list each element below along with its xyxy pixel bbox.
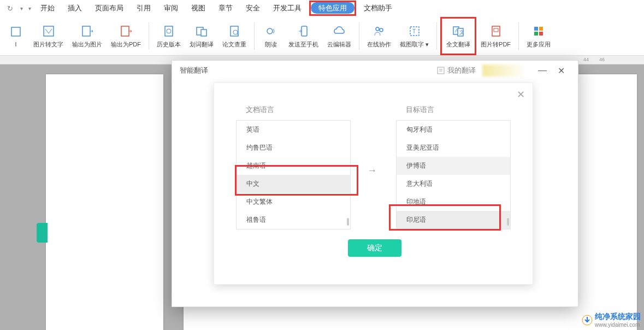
svg-rect-12 xyxy=(302,26,307,36)
user-avatar-blurred xyxy=(482,64,526,76)
ribbon-read-aloud[interactable]: 朗读 xyxy=(258,19,284,54)
dialog-title: 智能翻译 xyxy=(180,66,208,75)
svg-text:文: 文 xyxy=(459,30,464,35)
ribbon-plagiarism[interactable]: 论文查重 xyxy=(218,19,251,54)
menu-chapter[interactable]: 章节 xyxy=(212,1,239,15)
watermark-brand: 纯净系统家园 xyxy=(595,312,641,322)
menu-overflow[interactable]: ▾ xyxy=(26,3,34,14)
svg-point-14 xyxy=(380,28,383,32)
source-language-list[interactable]: 英语 约鲁巴语 越南语 中文 中文繁体 祖鲁语 xyxy=(236,120,351,229)
svg-point-11 xyxy=(267,28,273,34)
menu-doc-assistant[interactable]: 文档助手 xyxy=(357,1,399,15)
menu-security[interactable]: 安全 xyxy=(239,1,267,15)
menu-view[interactable]: 视图 xyxy=(185,1,212,15)
word-translate-icon xyxy=(194,23,209,39)
ribbon-word-translate[interactable]: 划词翻译 xyxy=(185,19,218,54)
ribbon-collab[interactable]: 在线协作 xyxy=(363,19,395,54)
image-text-icon xyxy=(41,23,56,39)
ribbon-cloud-edit[interactable]: 云编辑器 xyxy=(323,19,356,54)
ribbon-screenshot-ocr[interactable]: T 截图取字 ▾ xyxy=(395,19,433,54)
export-pdf-icon xyxy=(119,23,134,39)
target-lang-label: 目标语言 xyxy=(396,105,511,115)
svg-rect-26 xyxy=(539,32,543,36)
lang-option-igbo[interactable]: 伊博语 xyxy=(397,157,510,175)
document-page[interactable] xyxy=(46,74,163,330)
ribbon-separator xyxy=(359,22,359,50)
ribbon-img-pdf[interactable]: 图片转PDF xyxy=(476,19,515,54)
ruler-mark: 44 xyxy=(583,57,589,62)
confirm-button[interactable]: 确定 xyxy=(348,239,401,257)
svg-rect-23 xyxy=(534,27,538,31)
svg-rect-27 xyxy=(438,67,444,74)
lang-option-traditional-chinese[interactable]: 中文繁体 xyxy=(237,193,350,211)
ribbon-separator xyxy=(254,22,255,50)
svg-rect-4 xyxy=(165,26,173,36)
more-apps-icon xyxy=(531,23,546,39)
close-button[interactable]: ✕ xyxy=(552,63,570,78)
svg-point-13 xyxy=(376,27,379,31)
plagiarism-icon xyxy=(227,23,242,39)
svg-rect-21 xyxy=(492,26,500,36)
svg-point-5 xyxy=(167,29,171,33)
menu-insert[interactable]: 插入 xyxy=(61,1,88,15)
ribbon-export-pdf[interactable]: 输出为PDF xyxy=(107,19,145,54)
svg-rect-24 xyxy=(539,27,543,31)
full-translate-icon: A文 xyxy=(451,23,466,39)
ribbon-history[interactable]: 历史版本 xyxy=(152,19,185,54)
lang-option-hungarian[interactable]: 匈牙利语 xyxy=(397,121,510,139)
ribbon-image-to-text[interactable]: 图片转文字 xyxy=(29,19,68,54)
svg-rect-22 xyxy=(494,28,498,32)
read-aloud-icon xyxy=(263,23,279,39)
menu-devtools[interactable]: 开发工具 xyxy=(267,1,308,15)
lang-option-english[interactable]: 英语 xyxy=(237,121,350,139)
svg-rect-25 xyxy=(534,32,538,36)
redo-dropdown[interactable]: ▾ xyxy=(17,3,26,14)
send-phone-icon xyxy=(296,23,311,39)
language-selection-dialog: ✕ 文档语言 英语 约鲁巴语 越南语 中文 中文繁体 祖鲁语 → 目标语言 匈牙… xyxy=(214,82,533,285)
ribbon-truncated-left[interactable]: l xyxy=(3,19,29,54)
svg-rect-7 xyxy=(201,30,206,36)
ribbon-more-apps[interactable]: 更多应用 xyxy=(522,19,555,54)
lang-option-armenian[interactable]: 亚美尼亚语 xyxy=(397,139,510,157)
lang-option-zulu[interactable]: 祖鲁语 xyxy=(237,211,350,229)
redo-icon[interactable]: ↻ xyxy=(3,2,17,15)
ribbon-separator xyxy=(518,22,519,50)
svg-text:T: T xyxy=(412,28,416,34)
ribbon-full-translate[interactable]: A文 全文翻译 xyxy=(442,19,475,54)
scroll-indicator[interactable] xyxy=(347,218,349,226)
ribbon-separator xyxy=(436,22,437,50)
menu-reference[interactable]: 引用 xyxy=(130,1,157,15)
annotation-menu-highlight: 特色应用 xyxy=(309,1,356,16)
menu-start[interactable]: 开始 xyxy=(34,1,61,15)
lang-option-hindi[interactable]: 印地语 xyxy=(397,193,510,211)
ribbon-export-image[interactable]: 输出为图片 xyxy=(68,19,107,54)
lang-option-chinese[interactable]: 中文 xyxy=(237,175,350,193)
cloud-edit-icon xyxy=(332,23,347,39)
side-tab[interactable] xyxy=(37,223,48,243)
target-language-list[interactable]: 匈牙利语 亚美尼亚语 伊博语 意大利语 印地语 印尼语 xyxy=(396,120,511,229)
ribbon-send-phone[interactable]: 发送至手机 xyxy=(284,19,323,54)
menu-special-apps[interactable]: 特色应用 xyxy=(311,2,355,14)
minimize-button[interactable]: — xyxy=(533,63,552,78)
swap-arrow-icon: → xyxy=(367,165,377,176)
target-language-column: 目标语言 匈牙利语 亚美尼亚语 伊博语 意大利语 印地语 印尼语 xyxy=(396,105,511,229)
lang-option-indonesian[interactable]: 印尼语 xyxy=(397,211,510,229)
lang-option-vietnamese[interactable]: 越南语 xyxy=(237,157,350,175)
lang-option-italian[interactable]: 意大利语 xyxy=(397,175,510,193)
watermark-logo-icon xyxy=(582,315,593,326)
scroll-indicator[interactable] xyxy=(507,218,509,226)
translations-icon xyxy=(436,66,445,75)
translate-dialog: 智能翻译 我的翻译 — ✕ ✕ 文档语言 英语 约鲁巴语 越南语 中文 中文繁体… xyxy=(172,60,578,307)
source-language-column: 文档语言 英语 约鲁巴语 越南语 中文 中文繁体 祖鲁语 xyxy=(236,105,351,229)
svg-rect-0 xyxy=(11,27,20,36)
lang-option-yoruba[interactable]: 约鲁巴语 xyxy=(237,139,350,157)
svg-rect-3 xyxy=(121,26,129,36)
my-translations-button[interactable]: 我的翻译 xyxy=(436,66,476,75)
svg-rect-1 xyxy=(44,26,54,36)
export-image-icon xyxy=(80,23,95,39)
svg-point-9 xyxy=(233,30,238,34)
menu-layout[interactable]: 页面布局 xyxy=(88,1,130,15)
generic-icon xyxy=(8,24,23,39)
watermark-url: www.yidaimei.com xyxy=(595,322,641,328)
menu-review[interactable]: 审阅 xyxy=(157,1,185,15)
